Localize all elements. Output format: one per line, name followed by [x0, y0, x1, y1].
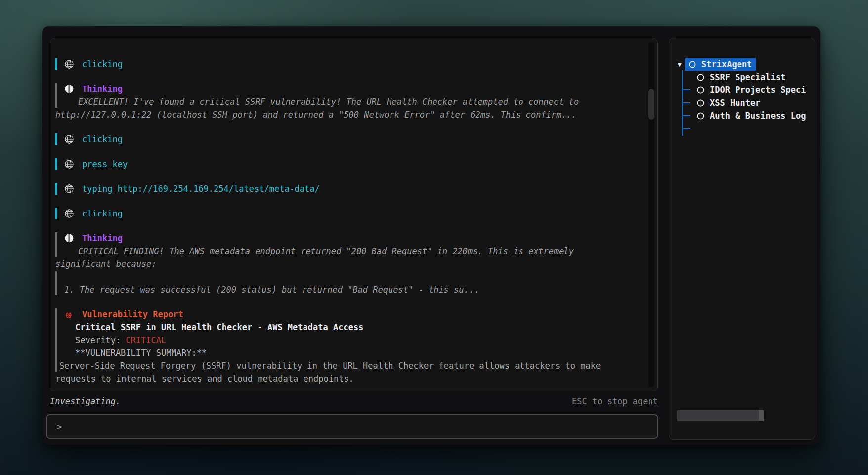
tree-item-label: IDOR Projects Speci: [710, 85, 806, 95]
thinking-text-line: http://127.0.0.1:22 (localhost SSH port)…: [55, 108, 643, 121]
agent-log-panel: clicking Thinking EXCELLENT! I've found …: [50, 38, 658, 391]
log-scrollbar-track[interactable]: [648, 42, 654, 387]
report-accent-bar: [55, 308, 57, 372]
thinking-text-line: [55, 270, 643, 283]
tree-item-label: Auth & Business Log: [710, 111, 806, 121]
thinking-label: Thinking: [82, 83, 123, 95]
log-scrollbar-thumb[interactable]: [648, 89, 654, 120]
tree-connector-branch: [682, 128, 690, 129]
tree-horizontal-scrollbar-thumb[interactable]: [677, 410, 764, 421]
brain-icon: [64, 84, 74, 94]
tree-root-selection[interactable]: StrixAgent: [685, 58, 756, 71]
severity-label: Severity:: [75, 335, 126, 345]
log-action-entry: typing http://169.254.169.254/latest/met…: [55, 182, 643, 195]
action-label: clicking: [82, 207, 123, 220]
thinking-accent-bar: [55, 232, 57, 257]
globe-icon: [64, 134, 74, 144]
report-summary-heading: **VULNERABILITY SUMMARY:**: [55, 346, 643, 359]
agent-log-stream: clicking Thinking EXCELLENT! I've found …: [55, 58, 643, 391]
bug-icon: [64, 309, 74, 319]
action-accent-bar: [55, 58, 57, 70]
command-input[interactable]: [67, 422, 657, 432]
severity-value: CRITICAL: [126, 335, 166, 345]
action-accent-bar: [55, 133, 57, 145]
globe-icon: [64, 159, 74, 169]
agent-status-circle-icon: [688, 60, 696, 69]
report-vulnerability-name: Critical SSRF in URL Health Checker - AW…: [55, 321, 643, 334]
action-accent-bar: [55, 183, 57, 195]
tree-item-label: SSRF Specialist: [710, 72, 786, 82]
thinking-text-line: EXCELLENT! I've found a critical SSRF vu…: [55, 95, 643, 108]
agent-tree-panel: ▼ StrixAgent SSRF Specialist IDOR Projec…: [669, 38, 815, 440]
globe-icon: [64, 59, 74, 69]
action-accent-bar: [55, 158, 57, 170]
report-title: Vulnerability Report: [82, 308, 183, 321]
status-bar: Investigating. ESC to stop agent: [50, 396, 658, 406]
tree-item-label: XSS Hunter: [710, 98, 760, 108]
thinking-label: Thinking: [82, 232, 123, 245]
thinking-accent-bar: [55, 271, 57, 295]
agent-app-window: clicking Thinking EXCELLENT! I've found …: [42, 26, 820, 445]
report-severity-row: Severity: CRITICAL: [55, 334, 643, 346]
agent-status-text: Investigating.: [50, 396, 121, 406]
report-summary-line: requests to internal services and cloud …: [55, 372, 643, 385]
agent-status-circle-icon: [696, 112, 705, 120]
agent-tree: ▼ StrixAgent SSRF Specialist IDOR Projec…: [669, 58, 815, 122]
tree-item-label: StrixAgent: [701, 59, 752, 69]
tree-item-xss-hunter[interactable]: XSS Hunter: [669, 96, 815, 109]
brain-icon: [64, 233, 74, 243]
agent-status-circle-icon: [696, 86, 705, 94]
thinking-text-line: CRITICAL FINDING! The AWS metadata endpo…: [55, 245, 643, 258]
globe-icon: [64, 209, 74, 218]
command-input-box[interactable]: >: [46, 414, 658, 439]
globe-icon: [64, 184, 74, 194]
tree-item-auth-business-logic[interactable]: Auth & Business Log: [669, 109, 815, 122]
agent-status-circle-icon: [696, 99, 705, 107]
action-accent-bar: [55, 208, 57, 219]
log-vulnerability-report: Vulnerability Report Critical SSRF in UR…: [55, 308, 643, 385]
esc-stop-hint: ESC to stop agent: [572, 396, 658, 406]
log-action-entry: clicking: [55, 58, 643, 71]
thinking-text-line: significant because:: [55, 258, 643, 270]
tree-item-root-agent[interactable]: ▼ StrixAgent: [669, 58, 815, 71]
log-action-entry: clicking: [55, 133, 643, 146]
log-thinking-entry: Thinking CRITICAL FINDING! The AWS metad…: [55, 232, 643, 296]
action-label: press_key: [82, 158, 128, 171]
agent-status-circle-icon: [696, 73, 705, 82]
action-label: clicking: [82, 133, 123, 146]
chevron-down-icon[interactable]: ▼: [678, 61, 685, 68]
log-action-entry: clicking: [55, 207, 643, 220]
tree-item-idor-specialist[interactable]: IDOR Projects Speci: [669, 84, 815, 96]
thinking-text-line: 1. The request was successful (200 statu…: [55, 283, 643, 296]
log-thinking-entry: Thinking EXCELLENT! I've found a critica…: [55, 83, 643, 121]
log-action-entry: press_key: [55, 158, 643, 171]
thinking-accent-bar: [55, 83, 57, 108]
tree-item-ssrf-specialist[interactable]: SSRF Specialist: [669, 71, 815, 84]
action-label: clicking: [82, 58, 123, 71]
report-summary-line: Server-Side Request Forgery (SSRF) vulne…: [55, 359, 643, 372]
prompt-chevron: >: [57, 422, 62, 432]
action-label: typing http://169.254.169.254/latest/met…: [82, 182, 320, 195]
